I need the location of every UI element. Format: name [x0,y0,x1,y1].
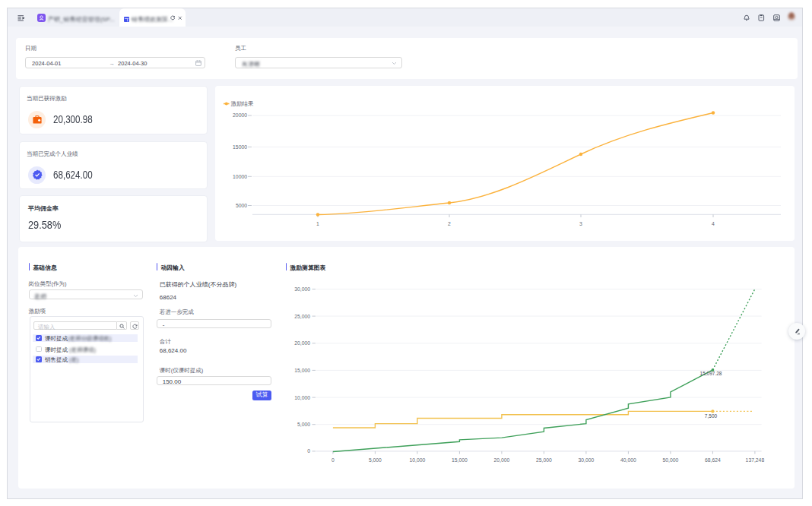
svg-text:10,000: 10,000 [410,457,426,463]
svg-text:激励结果: 激励结果 [231,100,255,107]
svg-text:0: 0 [331,457,335,463]
svg-text:10000: 10000 [233,174,247,179]
svg-text:15,097.28: 15,097.28 [700,371,722,376]
svg-text:50,000: 50,000 [663,457,679,463]
svg-text:0: 0 [307,448,310,454]
svg-text:1: 1 [316,221,319,226]
svg-text:5,000: 5,000 [369,457,382,463]
svg-text:20,000: 20,000 [294,340,310,346]
svg-text:20000: 20000 [233,112,247,118]
svg-text:2: 2 [448,221,451,226]
svg-text:15,000: 15,000 [294,368,310,373]
svg-text:25,000: 25,000 [294,314,310,319]
svg-text:15,000: 15,000 [452,457,468,463]
svg-text:20,000: 20,000 [494,457,510,463]
svg-text:5,000: 5,000 [297,422,310,427]
svg-text:3: 3 [579,221,582,226]
svg-text:30,000: 30,000 [579,457,595,463]
svg-text:10,000: 10,000 [294,395,310,400]
svg-text:25,000: 25,000 [536,457,552,463]
svg-text:137,248: 137,248 [746,457,765,463]
svg-text:30,000: 30,000 [294,286,310,292]
svg-text:7,500: 7,500 [705,413,718,419]
svg-text:68,624: 68,624 [705,457,721,463]
svg-text:4: 4 [712,221,715,226]
svg-text:40,000: 40,000 [620,457,636,463]
svg-text:15000: 15000 [233,144,247,150]
svg-text:5000: 5000 [236,203,247,208]
